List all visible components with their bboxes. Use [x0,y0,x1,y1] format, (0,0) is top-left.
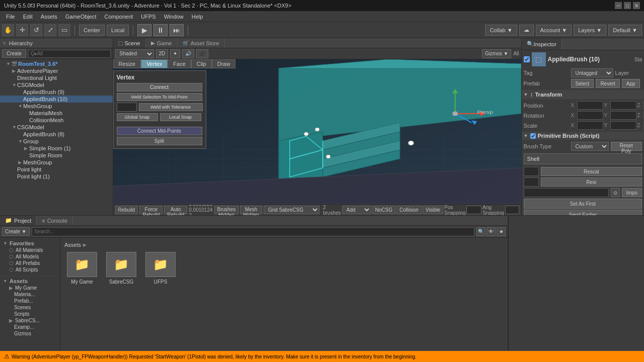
rescale-button[interactable]: Rescal [541,167,642,176]
asset-mygame[interactable]: 📁 My Game [64,252,100,285]
tree-item-directional[interactable]: Directional Light [0,74,113,81]
tree-item-mygame[interactable]: ▶ My Game [3,285,57,291]
num1-input[interactable]: 1 [524,167,539,176]
connect-button[interactable]: Connect [117,83,202,92]
ang-snap-input[interactable]: 90 [505,206,519,214]
eye-icon-btn[interactable]: 👁 [487,227,496,236]
tree-item-scenes[interactable]: Scenes [3,304,57,311]
tree-item-brush10[interactable]: AppliedBrush (10) [0,96,113,103]
rect-tool[interactable]: ▭ [58,24,70,36]
move-tool[interactable]: ✛ [16,24,28,36]
resi-button[interactable]: Resi [541,177,642,187]
brush-section-header[interactable]: ▼ Primitive Brush (Script) [522,132,644,140]
apply-button[interactable]: App [622,79,640,88]
auto-rebuild-button[interactable]: Auto Rebuild [164,206,187,214]
transform-section-header[interactable]: ▼ ↕ Transform [522,90,644,99]
account-button[interactable]: Account ▼ [536,25,572,36]
tree-item-sabrecsg[interactable]: ▶ SabreCS... [3,317,57,324]
rotate-tool[interactable]: ↺ [30,24,42,36]
tree-item-pointlight1[interactable]: Point light [0,166,113,173]
play-button[interactable]: ▶ [137,24,151,36]
tolerance-input[interactable]: 0.1 [117,103,137,112]
scale-tool[interactable]: ⤢ [44,24,56,36]
tree-item-meshgroup1[interactable]: ▼ MeshGroup [0,103,113,110]
tab-asset-store[interactable]: 🛒 Asset Store [178,38,225,48]
favorites-header[interactable]: ▼ Favorites [3,240,57,247]
pos-x-input[interactable]: -17.75 [577,101,603,110]
brush-type-dropdown[interactable]: Custom [571,142,609,151]
tree-item-scene[interactable]: ▼ 🎬 RoomTest_3.6* [0,60,113,67]
fx-button[interactable]: ✦ [170,49,180,58]
send-earlier-button[interactable]: Send Earlier [524,210,642,215]
tree-item-pointlight2[interactable]: Point light (1) [0,173,113,180]
asset-ufps[interactable]: 📁 UFPS [143,252,178,285]
tag-dropdown[interactable]: Untagged [571,68,613,77]
weld-tolerance-button[interactable]: Weld with Tolerance [139,103,203,111]
select-button[interactable]: Select [571,79,594,88]
vertex-tab[interactable]: Vertex [141,59,168,68]
connect-mid-button[interactable]: Connect Mid-Points [117,127,202,135]
2d-button[interactable]: 2D [156,49,169,58]
shading-dropdown[interactable]: Shaded [115,49,154,58]
rebuild-button[interactable]: Rebuild [115,206,138,214]
object-active-checkbox[interactable] [524,56,530,62]
fav-item-scripts[interactable]: ⬡ All Scripts [3,266,57,273]
brushes-hidden-button[interactable]: Brushes Hidden [214,206,239,214]
tree-item-simpleroom2[interactable]: Simple Room [0,152,113,159]
nocsg-button[interactable]: NoCSG [372,206,395,214]
num2-input[interactable]: 1 [524,177,539,187]
draw-tab[interactable]: Draw [212,59,236,68]
search-icon-btn[interactable]: 🔍 [476,227,486,236]
fav-item-materials[interactable]: ⬡ All Materials [3,247,57,253]
tree-item-simpleroom1[interactable]: ▶ Simple Room (1) [0,145,113,152]
tree-item-examples[interactable]: Examp... [3,324,57,330]
menu-assets[interactable]: Assets [37,13,61,21]
step-button[interactable]: ⏭ [170,24,184,36]
hierarchy-create-button[interactable]: Create [2,49,26,58]
fav-item-prefabs[interactable]: ⬡ All Prefabs [3,260,57,266]
mesh-select-icon[interactable]: ⊙ [611,188,620,197]
set-as-first-button[interactable]: Set As First [524,199,642,209]
tree-item-brush8[interactable]: AppliedBrush (8) [0,131,113,138]
project-search-input[interactable] [32,227,474,236]
revert-button[interactable]: Revert [596,79,619,88]
layout-button[interactable]: Default ▼ [608,25,642,36]
collision-button[interactable]: Collision [396,206,422,214]
force-rebuild-button[interactable]: Force Rebuild [139,206,163,214]
scale-y-input[interactable]: 1 [610,121,636,130]
tree-item-brush9[interactable]: AppliedBrush (9) [0,88,113,96]
center-button[interactable]: Center [79,25,105,36]
pos-y-input[interactable]: 2.5 [610,101,636,110]
menu-component[interactable]: Component [100,13,137,21]
tab-inspector[interactable]: 🔍 Inspector [522,38,562,50]
local-button[interactable]: Local [107,25,129,36]
hierarchy-search-input[interactable] [28,50,110,58]
maximize-button[interactable]: □ [624,2,631,9]
tab-scene[interactable]: ⬚ Scene [113,38,146,48]
resize-tab[interactable]: Resize [113,59,141,68]
reset-poly-button[interactable]: Reset Poly [611,142,642,151]
mesh-hidden-button[interactable]: Mesh Hidden [240,206,262,214]
tree-item-csgmodel1[interactable]: ▼ CSGModel [0,81,113,88]
tab-game[interactable]: ▶ Game [146,38,178,48]
close-button[interactable]: ✕ [633,2,640,9]
mesh-none-input[interactable]: None (Mesh) [524,188,609,197]
split-button[interactable]: Split [117,137,202,145]
grid-dropdown[interactable]: Grid SabreCSG [264,206,319,214]
tab-project[interactable]: 📁 Project [0,216,37,225]
tree-item-prefabs2[interactable]: Prefab... [3,298,57,304]
brush-checkbox[interactable] [530,133,536,139]
assets-tree-header[interactable]: ▼ Assets [3,278,57,285]
rot-x-input[interactable]: 0 [577,111,603,120]
face-tab[interactable]: Face [168,59,191,68]
audio-button[interactable]: 🔊 [182,49,194,58]
tree-item-group[interactable]: ▼ Group [0,138,113,145]
visible-button[interactable]: Visible [423,206,443,214]
collab-button[interactable]: Collab ▼ [485,25,517,36]
star-icon-btn[interactable]: ★ [497,227,506,236]
tree-item-gizmos[interactable]: Gizmos [3,330,57,337]
fav-item-models[interactable]: ⬡ All Models [3,253,57,260]
pos-snap-input[interactable]: 0.5 [466,206,481,214]
scale-x-input[interactable]: 1 [577,121,603,130]
tree-item-adventureplayer[interactable]: ▶ AdventurePlayer [0,67,113,74]
